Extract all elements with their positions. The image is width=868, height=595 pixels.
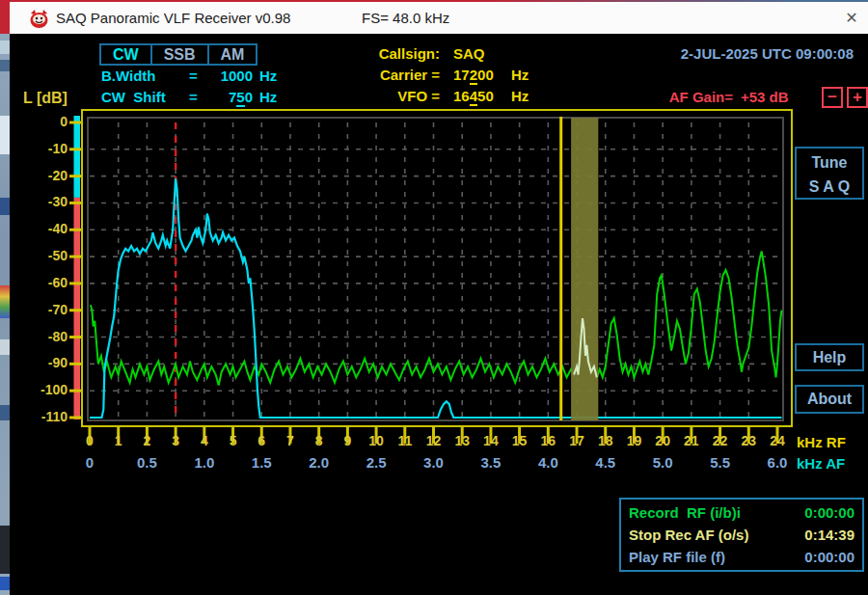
y-tick-label: -70 <box>23 302 68 317</box>
x-tick-label-rf: 19 <box>621 433 646 448</box>
x-tick-label-rf: 0 <box>77 433 102 448</box>
app-icon <box>28 8 50 30</box>
x-tick-label-af: 5.5 <box>703 454 738 471</box>
af-gain-plus-button[interactable]: + <box>847 87 868 108</box>
carrier-unit: Hz <box>511 67 529 83</box>
x-tick-label-rf: 22 <box>708 433 733 448</box>
desktop-edge-fragment <box>0 577 10 590</box>
y-tick-label: -80 <box>23 329 68 344</box>
x-tick-label-af: 1.5 <box>244 454 279 471</box>
x-tick-label-af: 0 <box>72 454 107 471</box>
play-rf-file-time: 0:00:00 <box>804 549 854 565</box>
y-tick-label: 0 <box>23 114 68 129</box>
carrier-label: Carrier = <box>328 67 440 83</box>
mode-button-group: CW SSB AM <box>99 43 258 66</box>
x-axis-rf-unit: kHz RF <box>797 434 846 450</box>
about-button[interactable]: About <box>795 385 864 414</box>
record-rf-label: Record RF (i/b)i <box>629 504 741 521</box>
callsign-label: Callsign: <box>328 45 440 62</box>
record-rf-row[interactable]: Record RF (i/b)i 0:00:00 <box>629 504 854 521</box>
window-border-corner <box>0 0 10 34</box>
desktop-edge-fragment <box>0 60 10 71</box>
play-rf-file-row[interactable]: Play RF file (f) 0:00:00 <box>629 549 854 565</box>
bwidth-label: B.Width <box>101 68 156 84</box>
x-tick-label-rf: 8 <box>307 433 332 448</box>
y-tick-label: -50 <box>23 248 68 263</box>
y-tick-label: -40 <box>23 221 68 236</box>
help-button[interactable]: Help <box>795 343 864 371</box>
x-tick-label-af: 6.0 <box>760 454 795 471</box>
y-tick-label: -20 <box>23 168 68 183</box>
x-tick-label-rf: 1 <box>106 433 131 448</box>
x-tick-label-rf: 18 <box>593 433 618 448</box>
tune-saq-button[interactable]: Tune S A Q <box>795 147 864 200</box>
window-title: SAQ Panoramic VLF Receiver v0.98 <box>56 2 290 34</box>
callsign-value: SAQ <box>453 45 485 62</box>
tune-saq-line2: S A Q <box>797 175 862 199</box>
x-tick-label-rf: 7 <box>278 433 303 448</box>
titlebar: SAQ Panoramic VLF Receiver v0.98 FS= 48.… <box>10 2 868 34</box>
x-tick-label-rf: 3 <box>163 433 188 448</box>
mode-button-am[interactable]: AM <box>209 45 257 64</box>
y-tick-label: -100 <box>23 382 68 397</box>
x-tick-label-af: 4.5 <box>588 454 623 471</box>
vfo-unit: Hz <box>511 88 529 104</box>
x-tick-label-rf: 9 <box>335 433 360 448</box>
x-tick-label-rf: 13 <box>449 433 475 448</box>
x-tick-label-rf: 2 <box>134 433 159 448</box>
desktop-edge-fragment <box>0 526 10 574</box>
y-tick-label: -90 <box>23 355 68 370</box>
x-axis-af-unit: kHz AF <box>797 455 845 472</box>
x-tick-label-rf: 5 <box>221 433 246 448</box>
x-tick-label-af: 4.0 <box>530 454 565 471</box>
x-tick-label-af: 0.5 <box>129 454 164 471</box>
spectrum-plot-area[interactable] <box>87 117 784 421</box>
play-rf-file-label: Play RF file (f) <box>629 549 725 565</box>
desktop-edge-fragment <box>0 198 10 215</box>
x-tick-label-rf: 12 <box>421 433 447 448</box>
x-tick-label-rf: 4 <box>192 433 217 448</box>
y-axis-title: L [dB] <box>23 90 68 107</box>
record-rf-time: 0:00:00 <box>804 504 854 521</box>
tune-saq-line1: Tune <box>797 150 862 175</box>
sample-rate-label: FS= 48.0 kHz <box>362 2 449 34</box>
y-tick-label: -10 <box>23 141 68 156</box>
vfo-value[interactable]: 16450 <box>453 88 494 104</box>
desktop-edge-fragment <box>0 405 10 420</box>
record-panel: Record RF (i/b)i 0:00:00 Stop Rec AF (o/… <box>619 498 864 572</box>
mode-button-cw[interactable]: CW <box>101 45 152 64</box>
cwshift-label: CW Shift <box>101 89 166 105</box>
x-tick-label-rf: 21 <box>679 433 704 448</box>
x-tick-label-rf: 16 <box>535 433 560 448</box>
af-gain-minus-button[interactable]: − <box>822 87 843 108</box>
y-tick-label: -60 <box>23 275 68 290</box>
cwshift-unit: Hz <box>259 89 277 105</box>
bwidth-unit: Hz <box>259 68 277 84</box>
x-tick-label-af: 1.0 <box>187 454 222 471</box>
x-tick-label-rf: 23 <box>736 433 761 448</box>
cwshift-value[interactable]: 750 <box>193 89 253 105</box>
af-gain-label: AF Gain= <box>617 89 733 105</box>
desktop-edge-cd-fragment <box>0 285 10 318</box>
stop-rec-af-label: Stop Rec AF (o/s) <box>629 527 748 543</box>
x-tick-label-rf: 20 <box>650 433 675 448</box>
x-tick-label-rf: 17 <box>564 433 589 448</box>
mode-button-ssb[interactable]: SSB <box>152 45 209 64</box>
y-tick-label: -110 <box>23 409 68 424</box>
stop-rec-af-row[interactable]: Stop Rec AF (o/s) 0:14:39 <box>629 527 854 543</box>
x-tick-label-af: 3.0 <box>417 454 451 471</box>
x-tick-label-rf: 11 <box>393 433 418 448</box>
datetime-display: 2-JUL-2025 UTC 09:00:08 <box>579 45 854 62</box>
desktop-edge-fragment <box>0 339 10 355</box>
desktop-edge-fragment <box>0 116 10 154</box>
carrier-value[interactable]: 17200 <box>453 67 494 83</box>
close-button[interactable]: ✕ <box>835 2 868 34</box>
bwidth-value[interactable]: 1000 <box>193 68 253 84</box>
y-tick-label: -30 <box>23 194 68 209</box>
x-tick-label-af: 2.5 <box>359 454 393 471</box>
x-tick-label-rf: 24 <box>765 433 790 448</box>
x-tick-label-rf: 6 <box>249 433 274 448</box>
x-tick-label-af: 2.0 <box>302 454 337 471</box>
af-gain-value: +53 dB <box>741 89 789 105</box>
x-tick-label-rf: 15 <box>507 433 532 448</box>
